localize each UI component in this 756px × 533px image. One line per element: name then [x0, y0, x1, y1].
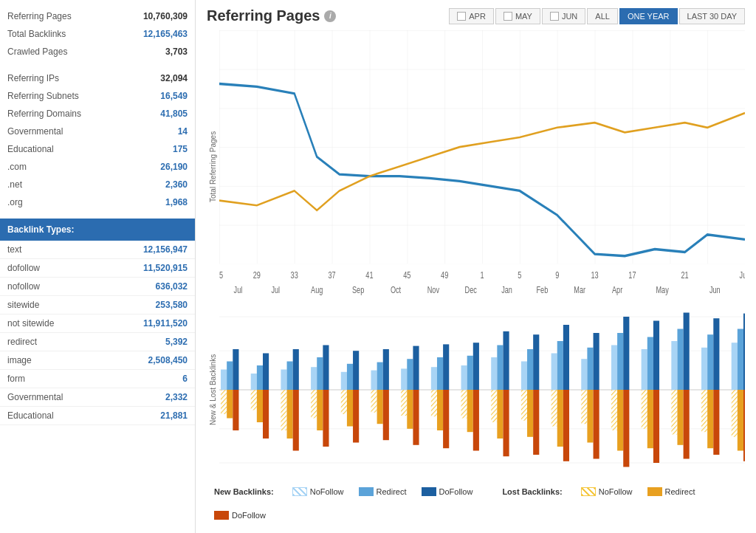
svg-rect-67: [287, 362, 293, 391]
stat-org: .org 1,968: [0, 193, 195, 211]
svg-text:41: 41: [365, 270, 373, 280]
svg-text:Sep: Sep: [352, 285, 364, 295]
svg-rect-73: [317, 357, 323, 390]
svg-rect-84: [371, 371, 377, 390]
stat-referring-subnets: Referring Subnets 16,549: [0, 87, 195, 105]
svg-rect-161: [743, 390, 745, 461]
svg-rect-159: [732, 390, 738, 437]
svg-rect-57: [221, 390, 227, 414]
svg-rect-111: [491, 390, 497, 422]
stat-governmental: Governmental 14: [0, 123, 195, 140]
btn-may[interactable]: MAY: [495, 8, 540, 24]
svg-rect-96: [431, 367, 437, 390]
svg-text:45: 45: [403, 270, 410, 280]
checkbox-may: [504, 12, 512, 21]
stat-referring-pages: Referring Pages 10,760,309: [0, 7, 195, 25]
legend-label-new-dofollow: DoFollow: [439, 487, 473, 496]
svg-rect-105: [461, 390, 467, 419]
svg-rect-119: [533, 390, 539, 455]
svg-rect-59: [233, 390, 238, 430]
svg-rect-72: [311, 367, 317, 390]
svg-text:37: 37: [328, 270, 335, 280]
svg-rect-80: [353, 351, 359, 390]
legend-color-lost-nofollow: [581, 487, 596, 496]
legend-label-lost-dofollow: DoFollow: [232, 511, 266, 520]
backlink-educational: Educational 21,881: [0, 407, 195, 425]
svg-rect-83: [353, 390, 359, 443]
svg-rect-128: [594, 333, 599, 390]
btn-one-year[interactable]: ONE YEAR: [619, 8, 678, 24]
legend-new-title: New Backlinks:: [214, 487, 274, 496]
legend-new-dofollow: DoFollow: [422, 487, 473, 496]
svg-rect-141: [642, 390, 647, 429]
stat-net: .net 2,360: [0, 176, 195, 193]
svg-rect-66: [281, 370, 286, 391]
backlink-redirect: redirect 5,392: [0, 333, 195, 351]
svg-rect-56: [233, 349, 238, 390]
svg-rect-130: [587, 390, 593, 443]
svg-rect-55: [227, 362, 233, 391]
svg-rect-160: [738, 390, 743, 451]
svg-rect-131: [594, 390, 599, 459]
line-chart-inner: 16M 15M 14M 13M 12M 11M 10M 42.5k 40k 37…: [219, 30, 745, 303]
svg-text:Feb: Feb: [536, 285, 548, 295]
svg-text:Nov: Nov: [427, 285, 440, 295]
svg-rect-124: [557, 390, 563, 447]
svg-rect-146: [684, 313, 690, 391]
backlink-not-sitewide: not sitewide 11,911,520: [0, 314, 195, 333]
svg-rect-142: [647, 390, 653, 448]
btn-jun[interactable]: JUN: [542, 8, 585, 24]
svg-text:1: 1: [480, 270, 484, 280]
svg-rect-149: [684, 390, 690, 459]
svg-rect-60: [251, 374, 257, 390]
backlink-types-header: Backlink Types:: [0, 219, 195, 241]
svg-text:13: 13: [591, 270, 598, 280]
info-icon[interactable]: i: [324, 10, 336, 22]
svg-rect-95: [413, 390, 419, 445]
svg-rect-70: [287, 390, 293, 439]
sidebar: Referring Pages 10,760,309 Total Backlin…: [0, 0, 196, 533]
svg-rect-148: [677, 390, 683, 445]
y-axis-label-left: Total Referring Pages: [207, 30, 219, 303]
svg-rect-120: [551, 354, 557, 391]
svg-rect-157: [738, 329, 743, 391]
svg-rect-101: [443, 390, 449, 448]
svg-rect-116: [533, 334, 539, 390]
svg-rect-97: [437, 357, 443, 390]
svg-rect-64: [257, 390, 263, 422]
backlink-sitewide: sitewide 253,580: [0, 296, 195, 314]
svg-rect-152: [713, 318, 719, 390]
legend-color-new-redirect: [359, 487, 374, 496]
svg-rect-58: [227, 390, 233, 419]
legend-lost-title: Lost Backlinks:: [502, 487, 562, 496]
svg-rect-156: [732, 343, 738, 390]
svg-rect-154: [707, 390, 713, 448]
stat-referring-ips: Referring IPs 32,094: [0, 69, 195, 87]
backlink-nofollow: nofollow 636,032: [0, 278, 195, 296]
svg-text:25: 25: [219, 270, 223, 280]
svg-rect-125: [563, 390, 569, 461]
svg-rect-110: [503, 331, 509, 390]
checkbox-jun: [550, 12, 559, 21]
svg-rect-107: [473, 390, 479, 451]
svg-rect-137: [623, 390, 629, 467]
svg-rect-94: [407, 390, 413, 429]
stat-educational: Educational 175: [0, 140, 195, 158]
svg-rect-82: [347, 390, 353, 427]
btn-last-30-day[interactable]: LAST 30 DAY: [679, 8, 745, 24]
btn-all[interactable]: ALL: [587, 8, 618, 24]
backlink-governmental: Governmental 2,332: [0, 388, 195, 407]
svg-rect-78: [341, 372, 347, 390]
svg-text:9: 9: [555, 270, 559, 280]
svg-rect-153: [701, 390, 707, 432]
svg-rect-127: [587, 348, 593, 390]
bar-chart-svg: 1,000k 500k 0k -500k -1,000k: [219, 309, 745, 471]
btn-apr[interactable]: APR: [449, 8, 494, 24]
legend-lost-nofollow: NoFollow: [581, 487, 633, 496]
svg-text:5: 5: [518, 270, 521, 280]
svg-rect-74: [323, 345, 329, 391]
legend-color-lost-redirect: [647, 487, 662, 496]
legend-color-lost-dofollow: [214, 511, 229, 520]
svg-rect-104: [473, 343, 479, 390]
svg-rect-114: [521, 362, 527, 391]
